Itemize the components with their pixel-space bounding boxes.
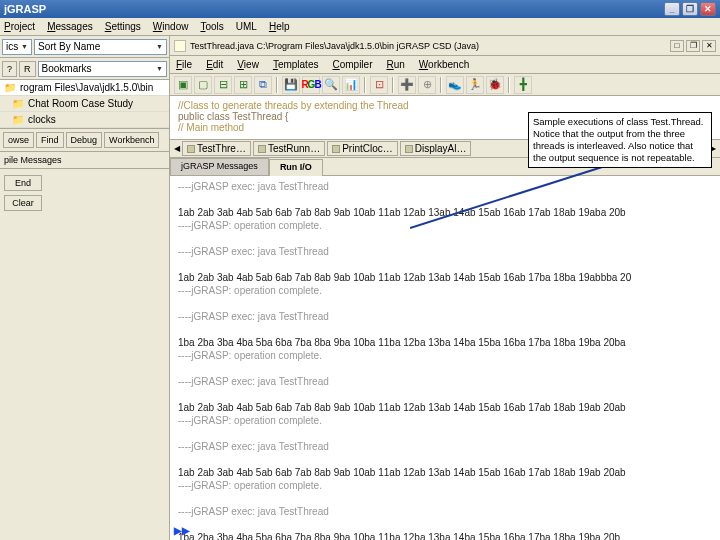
run-icon[interactable]: 👟 <box>446 76 464 94</box>
main-menubar: Project Messages Settings Window Tools U… <box>0 18 720 36</box>
console-line <box>178 258 712 271</box>
chart-icon[interactable]: 📊 <box>342 76 360 94</box>
file-tab[interactable]: TestRunn… <box>253 141 325 156</box>
file-icon <box>332 145 340 153</box>
editor-toolbar: ▣ ▢ ⊟ ⊞ ⧉ 💾 RGB 🔍 📊 ⊡ ➕ ⊕ 👟 🏃 🐞 ╋ <box>170 74 720 96</box>
console-line: ----jGRASP: operation complete. <box>178 414 712 427</box>
scope-dropdown[interactable]: ics▼ <box>2 39 32 55</box>
console-line: ----jGRASP exec: java TestThread <box>178 180 712 193</box>
menu-uml[interactable]: UML <box>236 21 257 32</box>
emenu-file[interactable]: File <box>176 59 192 70</box>
console-line <box>178 453 712 466</box>
browse-icon[interactable]: 🔍 <box>322 76 340 94</box>
editor-menubar: File Edit View Templates Compiler Run Wo… <box>170 56 720 74</box>
emenu-workbench[interactable]: Workbench <box>419 59 469 70</box>
compile-icon[interactable]: ➕ <box>398 76 416 94</box>
sort-dropdown[interactable]: Sort By Name▼ <box>34 39 167 55</box>
run-args-icon[interactable]: 🏃 <box>466 76 484 94</box>
menu-help[interactable]: Help <box>269 21 290 32</box>
menu-tools[interactable]: Tools <box>200 21 223 32</box>
syntax-color-icon[interactable]: RGB <box>302 76 320 94</box>
console-line <box>178 323 712 336</box>
console-line: ----jGRASP exec: java TestThread <box>178 310 712 323</box>
console-line <box>178 362 712 375</box>
tab-scroll-left-icon[interactable]: ◀ <box>174 144 180 153</box>
editor-restore-icon[interactable]: ❐ <box>686 40 700 52</box>
file-tab[interactable]: TestThre… <box>182 141 251 156</box>
bookmarks-dropdown[interactable]: Bookmarks▼ <box>38 61 167 77</box>
console-line: ----jGRASP exec: java TestThread <box>178 505 712 518</box>
csd-icon[interactable]: ▣ <box>174 76 192 94</box>
emenu-compiler[interactable]: Compiler <box>332 59 372 70</box>
remove-csd-icon[interactable]: ▢ <box>194 76 212 94</box>
menu-project[interactable]: Project <box>4 21 35 32</box>
save-icon[interactable]: 💾 <box>282 76 300 94</box>
help-button[interactable]: ? <box>2 61 17 77</box>
tab-run-io[interactable]: Run I/O <box>269 159 323 176</box>
minimize-button[interactable]: _ <box>664 2 680 16</box>
tree-item[interactable]: 📁clocks <box>0 112 169 128</box>
file-icon <box>405 145 413 153</box>
console-output[interactable]: ----jGRASP exec: java TestThread 1ab 2ab… <box>170 176 720 540</box>
browse-tab[interactable]: owse <box>3 132 34 148</box>
console-line <box>178 388 712 401</box>
emenu-edit[interactable]: Edit <box>206 59 223 70</box>
menu-settings[interactable]: Settings <box>105 21 141 32</box>
console-line <box>178 492 712 505</box>
console-line: 1ab 2ab 3ab 4ab 5ab 6ab 7ab 8ab 9ab 10ab… <box>178 401 712 414</box>
console-line: 1ab 2ab 3ab 4ab 5ab 6ab 7ab 8ab 9ab 10ab… <box>178 206 712 219</box>
end-button[interactable]: End <box>4 175 42 191</box>
editor-close-icon[interactable]: ✕ <box>702 40 716 52</box>
find-tab[interactable]: Find <box>36 132 64 148</box>
console-line: 1ab 2ab 3ab 4ab 5ab 6ab 7ab 8ab 9ab 10ab… <box>178 466 712 479</box>
app-title: jGRASP <box>4 3 46 15</box>
console-line <box>178 232 712 245</box>
emenu-run[interactable]: Run <box>386 59 404 70</box>
maximize-button[interactable]: ❐ <box>682 2 698 16</box>
console-line <box>178 427 712 440</box>
console-line: 1ab 2ab 3ab 4ab 5ab 6ab 7ab 8ab 9ab 10ab… <box>178 271 712 284</box>
workbench-tab[interactable]: Workbench <box>104 132 159 148</box>
left-panel: ics▼ Sort By Name▼ ? R Bookmarks▼ 📁rogra… <box>0 36 170 540</box>
file-tab[interactable]: DisplayAl… <box>400 141 472 156</box>
console-line <box>178 193 712 206</box>
add-icon[interactable]: ╋ <box>514 76 532 94</box>
menu-messages[interactable]: Messages <box>47 21 93 32</box>
clear-button[interactable]: Clear <box>4 195 42 211</box>
console-line: ----jGRASP: operation complete. <box>178 349 712 362</box>
debug-tab[interactable]: Debug <box>66 132 103 148</box>
titlebar: jGRASP _ ❐ ✕ <box>0 0 720 18</box>
window-buttons: _ ❐ ✕ <box>664 2 716 16</box>
console-line: ----jGRASP exec: java TestThread <box>178 375 712 388</box>
tree-item[interactable]: 📁Chat Room Case Study <box>0 96 169 112</box>
editor-tab-path: TestThread.java C:\Program Files\Java\jd… <box>190 41 666 51</box>
menu-window[interactable]: Window <box>153 21 189 32</box>
prompt-icon: ▶▶ <box>174 525 190 536</box>
emenu-view[interactable]: View <box>237 59 259 70</box>
uml-icon[interactable]: ⊡ <box>370 76 388 94</box>
fold-icon[interactable]: ⊟ <box>214 76 232 94</box>
close-button[interactable]: ✕ <box>700 2 716 16</box>
annotation-callout: Sample executions of class Test.Thread. … <box>528 112 712 168</box>
console-line: ----jGRASP exec: java TestThread <box>178 245 712 258</box>
refresh-button[interactable]: R <box>19 61 36 77</box>
file-icon <box>174 40 186 52</box>
console-line: 1ba 2ba 3ba 4ba 5ba 6ba 7ba 8ba 9ba 10ba… <box>178 531 712 540</box>
console-line: ----jGRASP: operation complete. <box>178 284 712 297</box>
file-icon <box>187 145 195 153</box>
console-line: ----jGRASP: operation complete. <box>178 479 712 492</box>
file-tab[interactable]: PrintCloc… <box>327 141 398 156</box>
compile-all-icon[interactable]: ⊕ <box>418 76 436 94</box>
emenu-templates[interactable]: Templates <box>273 59 319 70</box>
code-line: //Class to generate threads by extending… <box>178 100 712 111</box>
debug-icon[interactable]: 🐞 <box>486 76 504 94</box>
console-line: 1ba 2ba 3ba 4ba 5ba 6ba 7ba 8ba 9ba 10ba… <box>178 336 712 349</box>
editor-minimize-icon[interactable]: □ <box>670 40 684 52</box>
console-line: ----jGRASP exec: java TestThread <box>178 440 712 453</box>
current-path[interactable]: 📁rogram Files\Java\jdk1.5.0\bin <box>0 80 169 96</box>
number-icon[interactable]: ⧉ <box>254 76 272 94</box>
file-icon <box>258 145 266 153</box>
unfold-icon[interactable]: ⊞ <box>234 76 252 94</box>
console-line <box>178 297 712 310</box>
tab-jgrasp-messages[interactable]: jGRASP Messages <box>170 158 269 175</box>
